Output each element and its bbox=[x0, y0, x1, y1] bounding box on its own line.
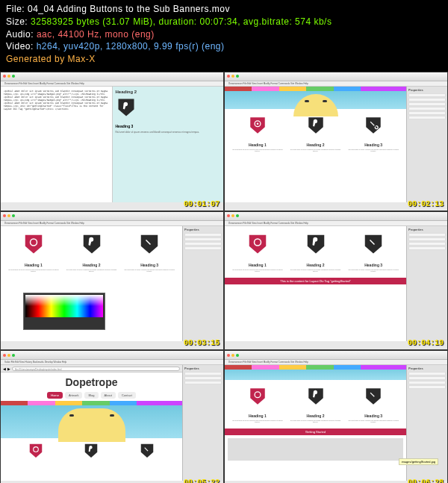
generated-by: Generated by Max-X bbox=[6, 54, 96, 64]
site-title: Dopetrope bbox=[1, 373, 182, 392]
window-titlebar bbox=[1, 212, 223, 221]
app-menu[interactable]: Dreamweaver File Edit View Insert Modify… bbox=[225, 360, 447, 365]
monster-illustration bbox=[58, 408, 125, 442]
nav-blog[interactable]: Blog bbox=[84, 392, 98, 399]
thumb-1: Dreamweaver File Edit View Insert Modify… bbox=[0, 72, 224, 211]
timestamp-2: 00:02:13 bbox=[408, 200, 444, 208]
file-value: 04_04 Adding Buttons to the Sub Banners.… bbox=[28, 4, 230, 14]
properties-panel[interactable]: Properties bbox=[406, 226, 447, 342]
banner-heading: Heading 1 bbox=[231, 143, 284, 147]
preview-lorem: Nisl amet dolor sit ipsum veroeros sed b… bbox=[116, 131, 221, 134]
wrench-badge-icon bbox=[139, 442, 155, 458]
preview-h3: Heading 3 bbox=[116, 124, 221, 128]
shield-icon bbox=[116, 96, 137, 117]
key-badge-icon bbox=[306, 386, 326, 405]
app-menu[interactable]: Dreamweaver File Edit View Insert Modify… bbox=[1, 221, 223, 226]
gear-badge-icon bbox=[28, 442, 44, 458]
gear-badge-icon bbox=[246, 232, 269, 255]
app-menu[interactable]: Dreamweaver File Edit View Insert Modify… bbox=[1, 81, 223, 87]
banner-row: Heading 1Nisl amet dolor sit ipsum veroe… bbox=[225, 109, 406, 158]
size-label: Size: bbox=[6, 16, 28, 27]
window-titlebar bbox=[225, 72, 447, 81]
timestamp-1: 00:01:07 bbox=[184, 200, 220, 208]
app-menu[interactable]: Dreamweaver File Edit View Insert Modify… bbox=[225, 81, 447, 87]
thumb-2: Dreamweaver File Edit View Insert Modify… bbox=[224, 72, 448, 211]
audio-label: Audio: bbox=[6, 29, 34, 40]
nav-artwork[interactable]: Artwork bbox=[65, 392, 83, 399]
nav-home[interactable]: Home bbox=[47, 392, 63, 399]
window-titlebar bbox=[1, 351, 223, 360]
nav-about[interactable]: About bbox=[101, 392, 116, 399]
video-value: h264, yuv420p, 1280x800, 9.99 fps(r) (en… bbox=[37, 41, 225, 52]
timestamp-6: 00:06:28 bbox=[408, 479, 444, 483]
size-value: 32583925 bytes (31.07 MiB), duration: 00… bbox=[31, 16, 332, 27]
audio-value: aac, 44100 Hz, mono (eng) bbox=[37, 29, 155, 40]
monster-illustration bbox=[293, 94, 338, 116]
gear-badge-icon bbox=[22, 232, 45, 255]
window-titlebar bbox=[225, 212, 447, 221]
code-editor[interactable]: <p>Nisl amet dolor sit ipsum veroeros se… bbox=[1, 87, 113, 202]
properties-panel[interactable]: Properties bbox=[182, 365, 223, 481]
key-badge-icon bbox=[306, 115, 326, 134]
gear-badge-icon bbox=[248, 115, 267, 134]
wrench-badge-icon bbox=[138, 232, 161, 255]
getting-started-bar: This is the content for Layout Div Tag "… bbox=[225, 278, 406, 284]
key-badge-icon bbox=[305, 232, 327, 255]
wrench-badge-icon bbox=[362, 232, 385, 255]
tooltip: images/gettingStarted.jpg bbox=[399, 458, 438, 465]
banner-heading: Heading 2 bbox=[289, 143, 343, 147]
site-nav: Home Artwork Blog About Contact bbox=[1, 392, 182, 399]
thumb-6: Dreamweaver File Edit View Insert Modify… bbox=[224, 350, 448, 483]
wrench-badge-icon bbox=[364, 115, 383, 134]
browser-toolbar[interactable]: ◀ ▶ file:///Users/anonym/Desktop/mysite/… bbox=[1, 365, 182, 373]
getting-started-bar: Getting Started bbox=[225, 429, 406, 435]
thumbnail-grid: Dreamweaver File Edit View Insert Modify… bbox=[0, 72, 448, 483]
window-titlebar bbox=[1, 72, 223, 81]
thumb-4: Dreamweaver File Edit View Insert Modify… bbox=[224, 211, 448, 351]
file-info-block: File: 04_04 Adding Buttons to the Sub Ba… bbox=[0, 0, 448, 72]
live-preview: Heading 2 Heading 3 Nisl amet dolor sit … bbox=[113, 87, 224, 202]
image-placeholder[interactable] bbox=[228, 438, 403, 461]
app-menu[interactable]: Dreamweaver File Edit View Insert Modify… bbox=[225, 221, 447, 226]
forward-icon[interactable]: ▶ bbox=[7, 367, 10, 371]
safari-menu[interactable]: Safari File Edit View History Bookmarks … bbox=[1, 360, 223, 365]
gear-badge-icon bbox=[248, 386, 267, 405]
properties-panel[interactable]: Properties bbox=[406, 87, 447, 202]
banner-row: Heading 1Nisl amet dolor sit ipsum veroe… bbox=[1, 226, 182, 278]
svg-point-1 bbox=[257, 122, 259, 125]
nav-contact[interactable]: Contact bbox=[118, 392, 136, 399]
file-label: File: bbox=[6, 4, 25, 14]
thumb-3: Dreamweaver File Edit View Insert Modify… bbox=[0, 211, 224, 351]
banner-row: Heading 1Nisl amet dolor sit ipsum veroe… bbox=[225, 226, 406, 278]
key-badge-icon bbox=[81, 232, 103, 255]
timestamp-5: 00:05:22 bbox=[184, 479, 220, 483]
banner-row: Heading 1Nisl amet dolor sit ipsum veroe… bbox=[225, 380, 406, 429]
url-field[interactable]: file:///Users/anonym/Desktop/mysite/inde… bbox=[12, 367, 180, 371]
color-picker-panel[interactable] bbox=[23, 293, 105, 330]
window-titlebar bbox=[225, 351, 447, 360]
preview-heading: Heading 2 bbox=[116, 90, 221, 94]
timestamp-3: 00:03:15 bbox=[184, 339, 220, 347]
key-badge-icon bbox=[83, 442, 99, 458]
wrench-badge-icon bbox=[364, 386, 383, 405]
timestamp-4: 00:04:19 bbox=[408, 339, 444, 347]
thumb-5: Safari File Edit View History Bookmarks … bbox=[0, 350, 224, 483]
back-icon[interactable]: ◀ bbox=[3, 367, 6, 371]
video-label: Video: bbox=[6, 41, 34, 52]
banner-heading: Heading 3 bbox=[346, 143, 400, 147]
properties-panel[interactable]: Properties bbox=[182, 226, 223, 342]
